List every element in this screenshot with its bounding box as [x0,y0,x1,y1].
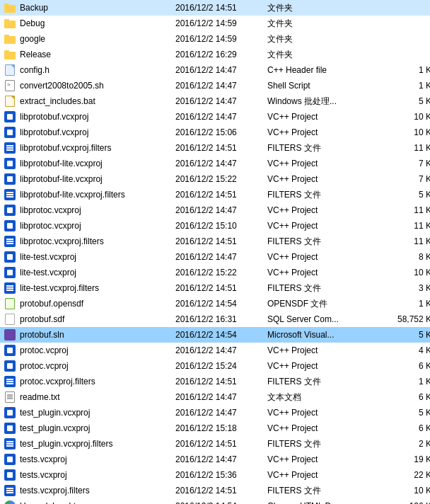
file-date: 2016/12/2 15:22 [175,174,267,184]
file-type: VC++ Project [267,221,380,231]
file-date: 2016/12/2 14:51 [175,283,267,293]
table-row[interactable]: test_plugin.vcxproj2016/12/2 15:18VC++ P… [0,420,430,436]
table-row[interactable]: tests.vcxproj2016/12/2 15:36VC++ Project… [0,467,430,483]
table-row[interactable]: Debug2016/12/2 14:59文件夹 [0,16,430,31]
table-row[interactable]: protobuf.sdf2016/12/2 16:31SQL Server Co… [0,311,430,327]
table-row[interactable]: Release2016/12/2 16:29文件夹 [0,47,430,62]
table-row[interactable]: test_plugin.vcxproj2016/12/2 14:47VC++ P… [0,405,430,420]
table-row[interactable]: libprotobuf-lite.vcxproj.filters2016/12/… [0,187,430,202]
file-name: UpgradeLog.htm [20,501,175,504]
opensdf-icon [5,298,15,309]
table-row[interactable]: libprotobuf.vcxproj2016/12/2 14:47VC++ P… [0,109,430,125]
table-row[interactable]: protoc.vcxproj.filters2016/12/2 14:51FIL… [0,374,430,389]
table-row[interactable]: protobuf.sln2016/12/2 14:54Microsoft Vis… [0,327,430,343]
table-row[interactable]: Backup2016/12/2 14:51文件夹 [0,0,430,16]
table-row[interactable]: tests.vcxproj.filters2016/12/2 14:51FILT… [0,483,430,498]
table-row[interactable]: readme.txt2016/12/2 14:47文本文档6 KB [0,389,430,405]
table-row[interactable]: libprotobuf.vcxproj.filters2016/12/2 14:… [0,140,430,156]
file-size: 126 KB [380,501,430,504]
file-size: 8 KB [380,252,430,262]
file-size: 10 KB [380,268,430,277]
file-type: VC++ Project [267,268,380,277]
table-row[interactable]: tests.vcxproj2016/12/2 14:47VC++ Project… [0,452,430,467]
file-type: VC++ Project [267,205,380,215]
file-name: config.h [20,65,175,75]
table-row[interactable]: libprotobuf.vcxproj2016/12/2 15:06VC++ P… [0,125,430,140]
file-date: 2016/12/2 14:51 [175,486,267,496]
table-row[interactable]: protoc.vcproj2016/12/2 15:24VC++ Project… [0,358,430,374]
file-date: 2016/12/2 14:47 [175,345,267,355]
file-type: VC++ Project [267,408,380,418]
file-type: FILTERS 文件 [267,438,380,450]
filters-icon [4,189,16,200]
file-type: OPENSDF 文件 [267,298,380,310]
table-row[interactable]: UpgradeLog.htm2016/12/2 14:54Chrome HTML… [0,498,430,504]
table-row[interactable]: libprotoc.vcxproj2016/12/2 15:10VC++ Pro… [0,218,430,234]
file-type: FILTERS 文件 [267,142,380,154]
table-row[interactable]: protoc.vcproj2016/12/2 14:47VC++ Project… [0,343,430,358]
file-type: FILTERS 文件 [267,376,380,388]
table-row[interactable]: lite-test.vcxproj2016/12/2 14:47VC++ Pro… [0,249,430,265]
table-row[interactable]: test_plugin.vcxproj.filters2016/12/2 14:… [0,436,430,452]
file-size: 7 KB [380,174,430,184]
table-row[interactable]: protobuf.opensdf2016/12/2 14:54OPENSDF 文… [0,296,430,311]
file-name: Backup [20,3,175,13]
filters-icon [4,142,16,154]
file-size: 1 KB [380,81,430,91]
file-size: 1 KB [380,377,430,386]
vcproj-icon [4,111,16,122]
file-name: tests.vcxproj.filters [20,486,175,496]
file-name: libprotoc.vcxproj [20,205,175,215]
table-row[interactable]: libprotoc.vcxproj.filters2016/12/2 14:51… [0,234,430,249]
file-type: VC++ Project [267,423,380,433]
table-row[interactable]: lite-test.vcxproj2016/12/2 15:22VC++ Pro… [0,265,430,280]
file-date: 2016/12/2 14:59 [175,18,267,28]
file-name: readme.txt [20,392,175,402]
file-type: 文件夹 [267,33,380,45]
file-size: 11 KB [380,236,430,246]
file-size: 3 KB [380,283,430,293]
file-type: Microsoft Visual... [267,330,380,340]
vcproj-icon [4,267,16,278]
file-size: 11 KB [380,221,430,231]
vcproj-icon [4,345,16,356]
file-date: 2016/12/2 16:29 [175,50,267,59]
file-size: 19 KB [380,454,430,464]
table-row[interactable]: extract_includes.bat2016/12/2 14:47Windo… [0,93,430,109]
file-date: 2016/12/2 14:47 [175,454,267,464]
file-type: FILTERS 文件 [267,282,380,294]
file-type: C++ Header file [267,65,380,75]
file-type: VC++ Project [267,454,380,464]
table-row[interactable]: lite-test.vcxproj.filters2016/12/2 14:51… [0,280,430,296]
file-name: tests.vcxproj [20,454,175,464]
file-size: 5 KB [380,408,430,418]
file-name: libprotobuf.vcxproj [20,112,175,122]
table-row[interactable]: libprotobuf-lite.vcxproj2016/12/2 14:47V… [0,156,430,171]
file-date: 2016/12/2 14:47 [175,205,267,215]
table-row[interactable]: libprotoc.vcxproj2016/12/2 14:47VC++ Pro… [0,202,430,218]
file-date: 2016/12/2 14:47 [175,159,267,168]
file-type: FILTERS 文件 [267,485,380,497]
sln-icon [4,329,16,340]
table-row[interactable]: config.h2016/12/2 14:47C++ Header file1 … [0,62,430,78]
file-date: 2016/12/2 14:51 [175,3,267,13]
vcproj-icon [4,158,16,169]
file-date: 2016/12/2 14:51 [175,190,267,200]
folder-icon [4,19,16,28]
file-name: test_plugin.vcxproj.filters [20,439,175,449]
file-name: protoc.vcproj [20,345,175,355]
file-type: VC++ Project [267,174,380,184]
file-date: 2016/12/2 14:47 [175,252,267,262]
table-row[interactable]: google2016/12/2 14:59文件夹 [0,31,430,47]
file-date: 2016/12/2 14:47 [175,392,267,402]
file-date: 2016/12/2 14:54 [175,299,267,309]
table-row[interactable]: convert2008to2005.sh2016/12/2 14:47Shell… [0,78,430,93]
file-type: 文件夹 [267,18,380,30]
file-size: 11 KB [380,205,430,215]
sdf-icon [5,314,15,325]
file-size: 7 KB [380,159,430,168]
vcproj-icon [4,205,16,216]
file-type: 文件夹 [267,49,380,61]
table-row[interactable]: libprotobuf-lite.vcxproj2016/12/2 15:22V… [0,171,430,187]
file-size: 2 KB [380,439,430,449]
